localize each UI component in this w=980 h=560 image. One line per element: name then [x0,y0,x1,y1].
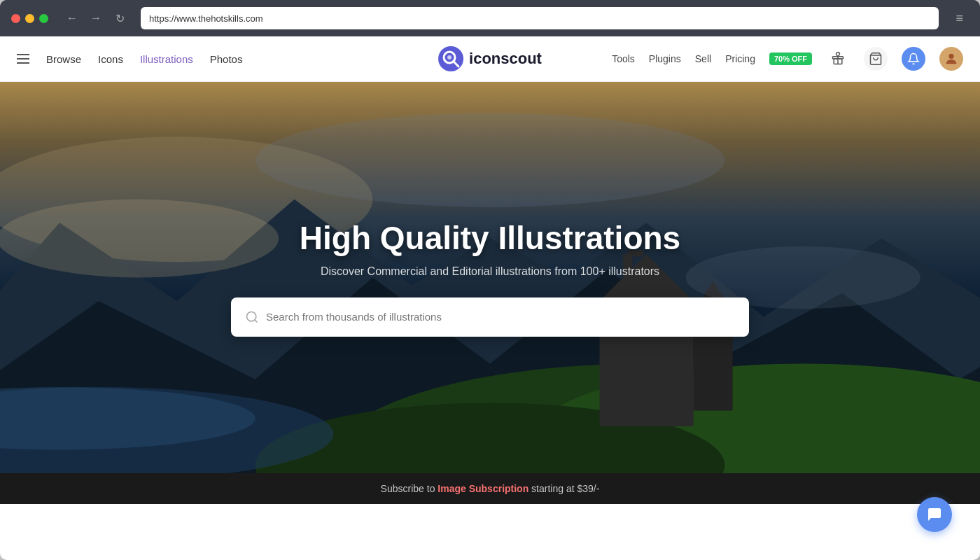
logo-icon [438,46,463,71]
browser-menu-button[interactable]: ≡ [950,8,969,29]
cart-icon-button[interactable] [864,47,888,71]
svg-point-26 [247,312,256,321]
browser-nav: ← → ↻ [62,8,130,28]
search-input[interactable] [266,311,735,323]
nav-pricing-link[interactable]: Pricing [725,53,755,64]
browser-titlebar: ← → ↻ https://www.thehotskills.com ≡ [0,0,980,36]
minimize-button[interactable] [25,14,34,23]
nav-photos-link[interactable]: Photos [210,53,243,65]
nav-tools-link[interactable]: Tools [612,53,635,64]
close-button[interactable] [11,14,20,23]
logo-text: iconscout [469,50,542,68]
url-text: https://www.thehotskills.com [149,13,263,24]
nav-plugins-link[interactable]: Plugins [649,53,681,64]
nav-sell-link[interactable]: Sell [695,53,711,64]
traffic-lights [11,14,48,23]
subscribe-text-after: starting at $39/- [528,483,599,494]
nav-browse-link[interactable]: Browse [46,53,81,65]
discount-badge: 70% OFF [769,52,812,65]
search-bar [231,298,749,337]
nav-illustrations-link[interactable]: Illustrations [140,53,193,65]
svg-line-27 [255,319,258,322]
navbar: Browse Icons Illustrations Photos iconsc… [0,36,980,82]
back-button[interactable]: ← [62,8,82,28]
reload-button[interactable]: ↻ [110,8,130,28]
hamburger-menu-button[interactable] [17,54,29,64]
website-content: Browse Icons Illustrations Photos iconsc… [0,36,980,560]
search-icon [245,310,259,324]
address-bar[interactable]: https://www.thehotskills.com [141,7,939,29]
hero-title: High Quality Illustrations [14,219,966,257]
svg-point-3 [447,55,451,59]
subscribe-text-before: Subscribe to [381,483,438,494]
bottom-section [0,504,980,560]
site-logo[interactable]: iconscout [438,46,542,71]
maximize-button[interactable] [39,14,48,23]
nav-left: Browse Icons Illustrations Photos [17,53,242,65]
user-avatar[interactable] [939,47,963,71]
nav-right: Tools Plugins Sell Pricing 70% OFF [612,47,963,71]
notifications-icon-button[interactable] [902,47,925,71]
nav-icons-link[interactable]: Icons [98,53,123,65]
subscribe-link[interactable]: Image Subscription [438,483,528,494]
subscribe-bar: Subscribe to Image Subscription starting… [0,473,980,504]
forward-button[interactable]: → [86,8,106,28]
svg-point-10 [255,113,725,207]
hero-section: High Quality Illustrations Discover Comm… [0,82,980,473]
subscribe-text: Subscribe to Image Subscription starting… [381,483,600,494]
chat-button[interactable] [917,497,952,532]
chat-icon [926,506,943,523]
gift-icon-button[interactable] [826,47,850,71]
svg-point-8 [948,54,953,59]
hero-content: High Quality Illustrations Discover Comm… [0,205,980,351]
browser-window: ← → ↻ https://www.thehotskills.com ≡ Bro… [0,0,980,560]
hero-subtitle: Discover Commercial and Editorial illust… [14,265,966,278]
